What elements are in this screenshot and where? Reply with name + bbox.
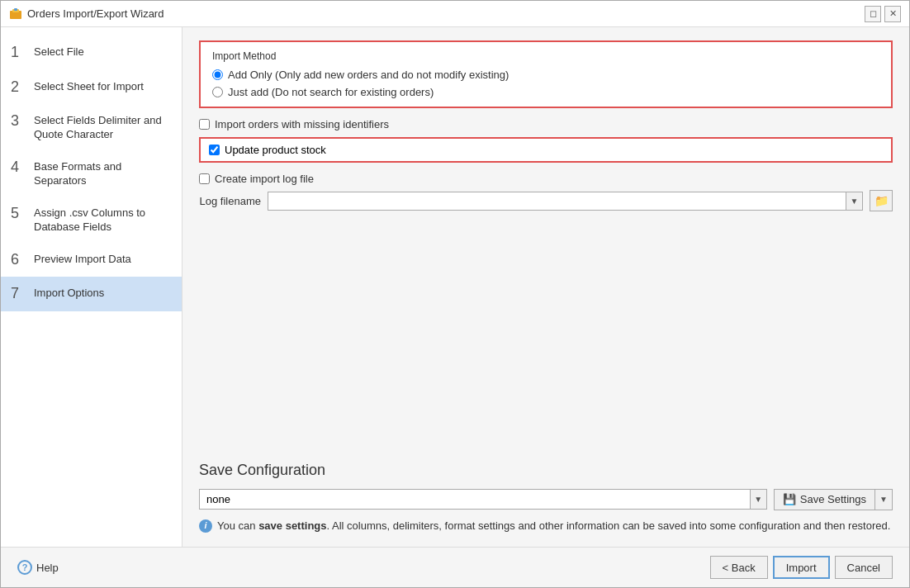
action-buttons: < Back Import Cancel bbox=[710, 556, 893, 579]
create-log-row: Create import log file bbox=[199, 173, 893, 185]
info-row: i You can save settings. All columns, de… bbox=[199, 519, 893, 533]
step-num-1: 1 bbox=[11, 44, 27, 62]
back-button[interactable]: < Back bbox=[710, 556, 768, 579]
info-text: You can save settings. All columns, deli… bbox=[217, 519, 890, 533]
log-filename-combo: ▼ bbox=[268, 192, 863, 211]
import-missing-label: Import orders with missing identifiers bbox=[215, 118, 389, 130]
spacer bbox=[199, 228, 893, 445]
title-bar: Orders Import/Export Wizard ◻ ✕ bbox=[1, 1, 909, 27]
save-config-title: Save Configuration bbox=[199, 462, 893, 479]
radio-just-add-label: Just add (Do not search for existing ord… bbox=[228, 86, 434, 98]
import-missing-row: Import orders with missing identifiers bbox=[199, 118, 893, 130]
sidebar-item-1[interactable]: 1 Select File bbox=[1, 36, 182, 70]
step-label-6: Preview Import Data bbox=[34, 251, 131, 267]
save-icon: 💾 bbox=[783, 493, 796, 505]
save-settings-btn-main: 💾 Save Settings bbox=[775, 490, 875, 510]
update-stock-checkbox[interactable] bbox=[209, 145, 220, 155]
radio-add-only[interactable]: Add Only (Only add new orders and do not… bbox=[212, 69, 879, 81]
sidebar-item-4[interactable]: 4 Base Formats and Separators bbox=[1, 150, 182, 197]
step-num-6: 6 bbox=[11, 251, 27, 269]
save-settings-btn-arrow[interactable]: ▼ bbox=[875, 490, 892, 510]
save-config-row: none ▼ 💾 Save Settings ▼ bbox=[199, 489, 893, 510]
cancel-button[interactable]: Cancel bbox=[835, 556, 893, 579]
step-label-2: Select Sheet for Import bbox=[34, 78, 144, 94]
log-filename-dropdown[interactable]: ▼ bbox=[846, 192, 862, 210]
step-label-4: Base Formats and Separators bbox=[34, 159, 172, 188]
radio-add-only-label: Add Only (Only add new orders and do not… bbox=[228, 69, 509, 81]
sidebar: 1 Select File 2 Select Sheet for Import … bbox=[1, 27, 182, 547]
log-filename-input[interactable] bbox=[268, 192, 846, 210]
wizard-window: Orders Import/Export Wizard ◻ ✕ 1 Select… bbox=[0, 0, 910, 588]
update-stock-label: Update product stock bbox=[225, 144, 326, 156]
sidebar-item-3[interactable]: 3 Select Fields Delimiter and Quote Char… bbox=[1, 104, 182, 150]
help-label: Help bbox=[36, 562, 59, 574]
log-filename-row: Log filename ▼ 📁 bbox=[199, 190, 893, 211]
step-label-3: Select Fields Delimiter and Quote Charac… bbox=[34, 112, 172, 142]
sidebar-item-2[interactable]: 2 Select Sheet for Import bbox=[1, 70, 182, 105]
step-label-1: Select File bbox=[34, 44, 84, 59]
info-icon: i bbox=[199, 519, 212, 533]
step-num-4: 4 bbox=[11, 159, 27, 177]
window-body: 1 Select File 2 Select Sheet for Import … bbox=[1, 27, 909, 547]
import-button[interactable]: Import bbox=[773, 556, 830, 579]
info-bold: save settings bbox=[258, 519, 326, 532]
step-label-7: Import Options bbox=[34, 285, 104, 301]
radio-just-add[interactable]: Just add (Do not search for existing ord… bbox=[212, 86, 879, 98]
update-stock-box: Update product stock bbox=[199, 137, 893, 163]
sidebar-item-5[interactable]: 5 Assign .csv Columns to Database Fields bbox=[1, 197, 182, 243]
main-content: Import Method Add Only (Only add new ord… bbox=[182, 27, 909, 547]
import-method-box: Import Method Add Only (Only add new ord… bbox=[199, 40, 893, 108]
step-label-5: Assign .csv Columns to Database Fields bbox=[34, 205, 172, 235]
save-config-section: Save Configuration none ▼ 💾 Save Setting… bbox=[199, 445, 893, 533]
close-button[interactable]: ✕ bbox=[884, 6, 901, 22]
app-icon bbox=[9, 7, 22, 21]
window-title: Orders Import/Export Wizard bbox=[27, 7, 164, 20]
step-num-7: 7 bbox=[11, 285, 27, 303]
svg-rect-2 bbox=[14, 8, 17, 11]
log-filename-label: Log filename bbox=[199, 195, 261, 207]
help-circle-icon: ? bbox=[17, 560, 32, 575]
help-button[interactable]: ? Help bbox=[17, 560, 59, 575]
title-bar-left: Orders Import/Export Wizard bbox=[9, 7, 164, 21]
step-num-5: 5 bbox=[11, 205, 27, 223]
step-num-3: 3 bbox=[11, 112, 27, 130]
save-config-select[interactable]: none bbox=[200, 490, 750, 509]
save-config-select-arrow: ▼ bbox=[750, 490, 766, 509]
save-settings-button[interactable]: 💾 Save Settings ▼ bbox=[774, 489, 893, 510]
radio-add-only-input[interactable] bbox=[212, 69, 223, 80]
import-method-title: Import Method bbox=[212, 50, 879, 62]
save-config-select-wrap: none ▼ bbox=[199, 489, 767, 510]
title-bar-buttons: ◻ ✕ bbox=[865, 6, 901, 22]
save-settings-label: Save Settings bbox=[800, 493, 866, 505]
log-browse-button[interactable]: 📁 bbox=[870, 190, 893, 211]
bottom-bar: ? Help < Back Import Cancel bbox=[1, 547, 909, 587]
create-log-checkbox[interactable] bbox=[199, 173, 210, 184]
import-method-radio-group: Add Only (Only add new orders and do not… bbox=[212, 69, 879, 98]
create-log-label: Create import log file bbox=[215, 173, 314, 185]
sidebar-item-6[interactable]: 6 Preview Import Data bbox=[1, 243, 182, 277]
step-num-2: 2 bbox=[11, 78, 27, 97]
import-missing-checkbox[interactable] bbox=[199, 119, 210, 130]
radio-just-add-input[interactable] bbox=[212, 87, 223, 97]
sidebar-item-7[interactable]: 7 Import Options bbox=[1, 277, 182, 311]
restore-button[interactable]: ◻ bbox=[865, 6, 881, 22]
